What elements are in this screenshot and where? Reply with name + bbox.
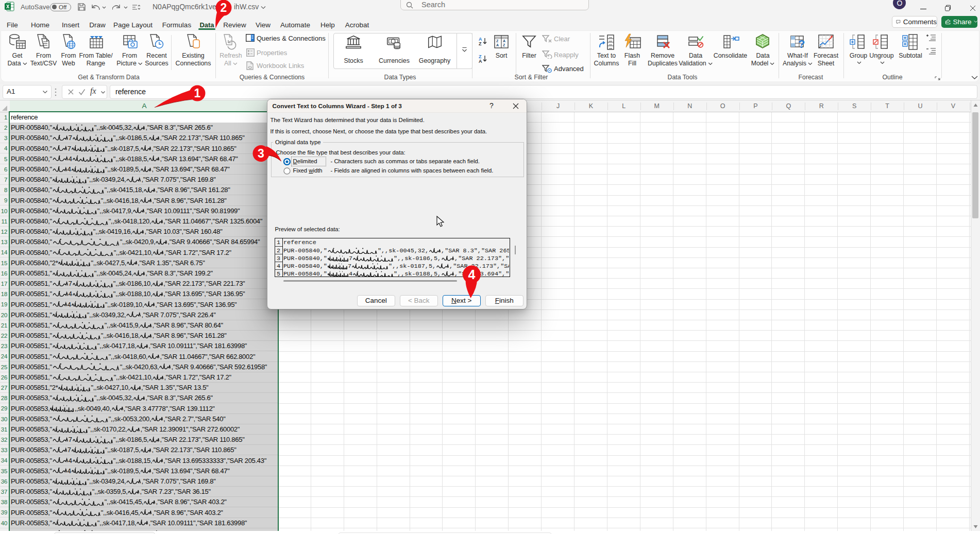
svg-text:Z: Z	[496, 39, 499, 43]
svg-text:2: 2	[221, 1, 227, 14]
svg-text:A: A	[479, 59, 482, 63]
svg-text:Z: Z	[479, 41, 482, 46]
svg-text:?: ?	[798, 38, 805, 50]
svg-text:4: 4	[468, 267, 476, 282]
svg-text:Z: Z	[503, 43, 505, 47]
svg-text:1: 1	[194, 87, 201, 100]
svg-text:A: A	[503, 39, 505, 43]
svg-text:A: A	[496, 43, 499, 47]
svg-text:3: 3	[258, 147, 264, 160]
